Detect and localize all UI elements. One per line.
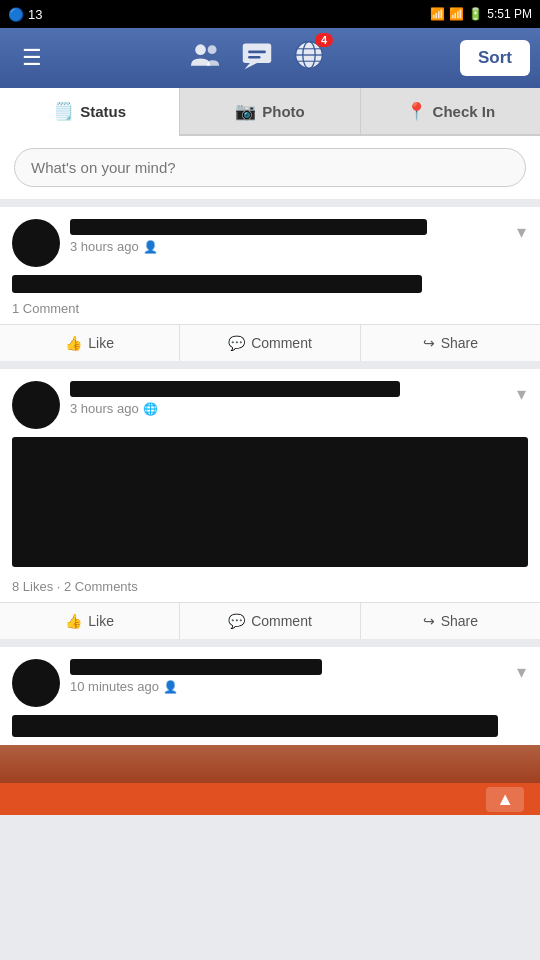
like-icon-1: 👍 <box>65 335 82 351</box>
signal-strength: 13 <box>28 7 42 22</box>
post-card-2: 3 hours ago 🌐 ▾ 8 Likes · 2 Comments 👍 L… <box>0 369 540 639</box>
tab-photo[interactable]: 📷 Photo <box>180 88 360 134</box>
post-avatar-2 <box>12 381 60 429</box>
comment-button-2[interactable]: 💬 Comment <box>180 603 360 639</box>
sort-button[interactable]: Sort <box>460 40 530 76</box>
status-bar: 🔵 13 📶 📶 🔋 5:51 PM <box>0 0 540 28</box>
svg-rect-5 <box>248 55 260 58</box>
post-name-3 <box>70 659 322 675</box>
share-button-1[interactable]: ↪ Share <box>361 325 540 361</box>
post-stats-2: 8 Likes · 2 Comments <box>0 575 540 602</box>
post-input[interactable] <box>14 148 526 187</box>
svg-point-0 <box>195 44 206 55</box>
notifications-nav-button[interactable]: 4 <box>293 39 325 78</box>
comment-icon-1: 💬 <box>228 335 245 351</box>
like-icon-2: 👍 <box>65 613 82 629</box>
post-header-2: 3 hours ago 🌐 ▾ <box>0 369 540 437</box>
post-header-3: 10 minutes ago 👤 ▾ <box>0 647 540 715</box>
post-actions-2: 👍 Like 💬 Comment ↪ Share <box>0 602 540 639</box>
comment-icon-2: 💬 <box>228 613 245 629</box>
sim-icon: 📶 <box>430 7 445 21</box>
status-tab-label: Status <box>80 103 126 120</box>
checkin-tab-label: Check In <box>433 103 496 120</box>
time-display: 5:51 PM <box>487 7 532 21</box>
post-actions-1: 👍 Like 💬 Comment ↪ Share <box>0 324 540 361</box>
messages-icon <box>241 39 273 71</box>
post-content-1 <box>12 275 422 293</box>
svg-rect-4 <box>248 50 266 53</box>
photo-tab-icon: 📷 <box>235 101 256 122</box>
comment-button-1[interactable]: 💬 Comment <box>180 325 360 361</box>
tab-status[interactable]: 🗒️ Status <box>0 88 180 134</box>
status-tab-icon: 🗒️ <box>53 101 74 122</box>
post-time-2: 3 hours ago 🌐 <box>70 401 528 416</box>
scroll-up-button[interactable]: ▲ <box>486 787 524 812</box>
share-button-2[interactable]: ↪ Share <box>361 603 540 639</box>
privacy-icon-2: 🌐 <box>143 402 158 416</box>
post-card-1: 3 hours ago 👤 ▾ 1 Comment 👍 Like 💬 Comme… <box>0 207 540 361</box>
bottom-bar: ▲ <box>0 783 540 815</box>
post-dropdown-3[interactable]: ▾ <box>509 657 534 687</box>
post-content-3 <box>12 715 498 737</box>
post-header-1: 3 hours ago 👤 ▾ <box>0 207 540 275</box>
like-button-2[interactable]: 👍 Like <box>0 603 180 639</box>
post-time-1: 3 hours ago 👤 <box>70 239 528 254</box>
post-meta-1: 3 hours ago 👤 <box>70 219 528 254</box>
post-meta-3: 10 minutes ago 👤 <box>70 659 528 694</box>
share-icon-2: ↪ <box>423 613 435 629</box>
post-name-1 <box>70 219 427 235</box>
privacy-icon-3: 👤 <box>163 680 178 694</box>
post-time-3: 10 minutes ago 👤 <box>70 679 528 694</box>
like-button-1[interactable]: 👍 Like <box>0 325 180 361</box>
svg-marker-3 <box>245 63 257 69</box>
friends-icon <box>189 39 221 71</box>
signal-icon: 🔵 <box>8 7 24 22</box>
checkin-tab-icon: 📍 <box>406 101 427 122</box>
post-partial-image <box>0 745 540 783</box>
post-input-area <box>0 136 540 199</box>
battery-icon: 🔋 <box>468 7 483 21</box>
nav-icons: 4 <box>54 39 460 78</box>
svg-point-1 <box>208 45 217 54</box>
hamburger-menu[interactable]: ☰ <box>10 39 54 77</box>
post-avatar-1 <box>12 219 60 267</box>
privacy-icon-1: 👤 <box>143 240 158 254</box>
tab-checkin[interactable]: 📍 Check In <box>361 88 540 134</box>
post-avatar-3 <box>12 659 60 707</box>
post-image-block-2 <box>12 437 528 567</box>
photo-tab-label: Photo <box>262 103 305 120</box>
post-card-3: 10 minutes ago 👤 ▾ <box>0 647 540 783</box>
post-name-2 <box>70 381 400 397</box>
post-stats-1: 1 Comment <box>0 297 540 324</box>
post-meta-2: 3 hours ago 🌐 <box>70 381 528 416</box>
tab-bar: 🗒️ Status 📷 Photo 📍 Check In <box>0 88 540 136</box>
post-dropdown-2[interactable]: ▾ <box>509 379 534 409</box>
top-nav: ☰ <box>0 28 540 88</box>
friends-nav-button[interactable] <box>189 39 221 78</box>
share-icon-1: ↪ <box>423 335 435 351</box>
messages-nav-button[interactable] <box>241 39 273 78</box>
post-dropdown-1[interactable]: ▾ <box>509 217 534 247</box>
notification-badge: 4 <box>315 33 333 47</box>
wifi-icon: 📶 <box>449 7 464 21</box>
